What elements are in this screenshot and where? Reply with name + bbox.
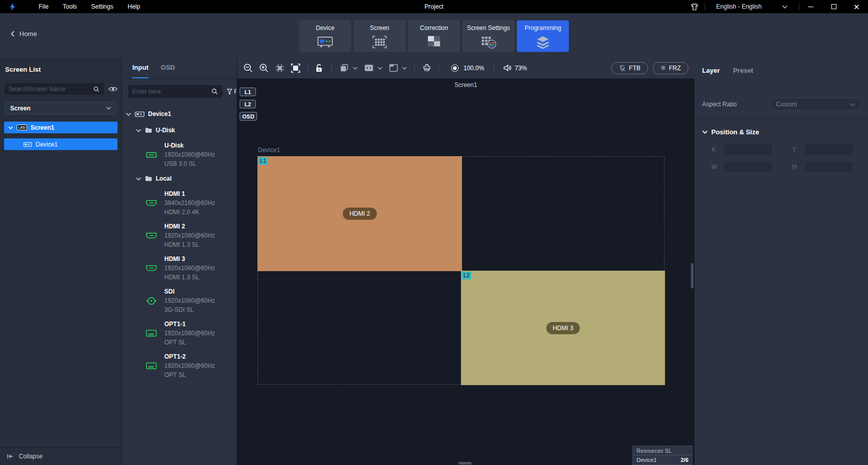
canvas-column: 100.0% 73% FTB ❄ FRZ Screen1 [237,57,695,465]
filter-button[interactable]: Filter [226,88,237,95]
layer-l2[interactable]: L2 HDMI 3 [461,271,665,385]
input-source-udisk[interactable]: U-Disk 1920x1080@60Hz USB 3.0 SL [122,141,237,168]
tab-screen-settings[interactable]: Screen Settings [462,20,514,52]
broom-icon [423,64,431,72]
screen-list-item-device1[interactable]: Device1 [4,138,118,150]
aspect-ratio-value: Custom [776,101,797,108]
tab-screen-settings-label: Screen Settings [467,24,510,32]
window-mode-button[interactable] [389,64,398,72]
fit-view-button[interactable] [291,64,300,73]
menu-file[interactable]: File [32,0,55,13]
tab-layer[interactable]: Layer [702,67,720,74]
input-source-sdi[interactable]: SDI 1920x1080@60Hz 3G-SDI SL [122,287,237,314]
zoom-out-icon [243,63,253,73]
volume-button[interactable] [503,64,512,72]
input-search-input[interactable] [132,88,211,95]
resources-device: Device1 [636,457,657,463]
scale-mode-button[interactable] [364,64,373,72]
zoom-out-button[interactable] [243,63,253,73]
window-mode-dropdown[interactable] [402,67,407,70]
toolbar-divider [439,64,439,73]
minimize-button[interactable] [799,0,822,13]
chevron-down-icon [353,67,358,70]
input-source-opt1-1[interactable]: OPT1-1 1920x1080@60Hz OPT SL [122,319,237,347]
horizontal-scrollbar[interactable] [458,462,472,464]
screen-list-panel: Screen List Screen LED Screen1 [0,57,122,465]
collapse-button[interactable]: Collapse [0,447,122,465]
source-type: HDMI 1.3 SL [164,240,215,249]
input-source-tree: Device1 U-Disk U-Disk 1920x1080@60Hz USB… [122,108,237,380]
menu-tools[interactable]: Tools [55,0,84,13]
vertical-scrollbar[interactable] [691,263,693,288]
screen-type-select[interactable]: Screen [5,102,117,114]
tab-correction[interactable]: Correction [408,20,460,52]
opt-icon [144,329,158,337]
toolbar-divider [331,64,332,73]
quick-button-l2[interactable]: L2 [240,100,256,108]
position-size-section-header[interactable]: Position & Size [702,128,861,136]
layer-order-button[interactable] [340,64,349,72]
x-input[interactable] [724,144,772,155]
brightness-sun-icon [450,64,459,73]
layer-l1[interactable]: L1 HDMI 2 [257,156,462,271]
input-source-opt1-2[interactable]: OPT1-2 1920x1080@60Hz OPT SL [122,352,237,380]
menu-settings[interactable]: Settings [84,0,120,13]
ftb-button[interactable]: FTB [611,62,648,74]
input-search-box [128,85,222,98]
quick-button-l1[interactable]: L1 [240,88,256,96]
toolbar-divider [414,64,415,73]
theme-skin-button[interactable] [684,0,705,13]
canvas-device-region[interactable]: Device1 L1 HDMI 2 L2 HDMI 3 [257,156,664,385]
quick-button-osd[interactable]: OSD [240,112,257,121]
language-label: English - English [716,3,762,10]
scale-mode-dropdown[interactable] [378,67,383,70]
home-button[interactable]: Home [11,30,37,38]
y-input[interactable] [804,144,853,155]
tree-group-udisk[interactable]: U-Disk [122,125,237,136]
tab-input[interactable]: Input [132,57,149,78]
tab-screen[interactable]: Screen [354,20,406,52]
visibility-eye-button[interactable] [108,86,118,92]
source-name: HDMI 3 [164,254,215,264]
brightness-button[interactable] [450,64,459,73]
tab-osd[interactable]: OSD [161,57,175,78]
speaker-icon [503,64,512,72]
layer-order-dropdown[interactable] [353,67,358,70]
maximize-button[interactable] [822,0,845,13]
tree-group-local[interactable]: Local [122,173,237,184]
chevron-down-icon [136,177,141,181]
tab-programming-label: Programming [525,24,561,32]
h-input[interactable] [804,161,853,172]
eye-icon [108,86,118,92]
snap-grid-button[interactable] [275,64,284,73]
tab-preset[interactable]: Preset [733,67,754,74]
input-source-hdmi1[interactable]: HDMI 1 3840x2160@60Hz HDMI 2.0 4K [122,189,237,217]
screen-search-input[interactable] [9,85,93,93]
screen-type-value: Screen [10,105,31,112]
minimize-icon [808,7,814,7]
chevron-down-icon [136,129,141,132]
resources-row[interactable]: Device1 2/6 [633,455,692,464]
menu-help[interactable]: Help [121,0,148,13]
tree-node-device1[interactable]: Device1 [122,108,237,120]
position-size-label: Position & Size [711,128,759,136]
zoom-in-button[interactable] [259,63,269,73]
frz-button[interactable]: ❄ FRZ [653,62,688,74]
chevron-down-icon [126,112,131,116]
w-input[interactable] [724,161,772,172]
language-selector[interactable]: English - English [705,0,799,13]
aspect-ratio-select[interactable]: Custom [770,98,861,111]
screen-grid-icon [372,35,387,49]
clear-button[interactable] [423,64,431,72]
screen-list-item-screen1[interactable]: LED Screen1 [4,122,118,133]
input-source-hdmi2[interactable]: HDMI 2 1920x1080@60Hz HDMI 1.3 SL [122,222,237,249]
lock-button[interactable] [315,64,323,73]
y-label: Y [792,146,798,153]
close-button[interactable]: ✕ [845,0,868,13]
properties-tabs: Layer Preset [695,57,868,83]
tab-device[interactable]: Device [299,20,351,52]
layer-canvas[interactable]: Screen1 L1 L2 OSD Device1 L1 HDMI 2 L2 H… [237,79,695,465]
device-icon [316,35,334,49]
tab-programming[interactable]: Programming [517,20,569,52]
input-source-hdmi3[interactable]: HDMI 3 1920x1080@60Hz HDMI 1.3 SL [122,254,237,282]
